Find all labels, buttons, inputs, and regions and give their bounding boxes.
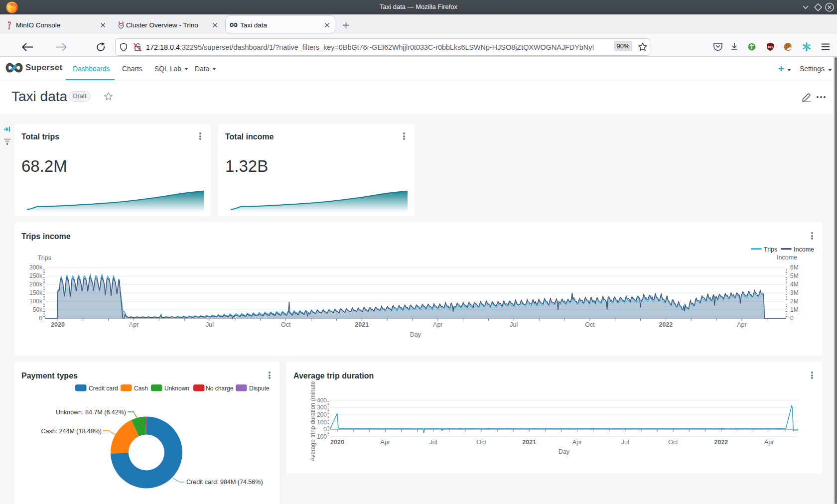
svg-text:Average trinp duration (minute: Average trinp duration (minute	[309, 381, 316, 462]
svg-text:Jul: Jul	[429, 439, 437, 446]
svg-text:Jul: Jul	[621, 439, 629, 446]
svg-text:Oct: Oct	[668, 439, 678, 446]
svg-text:2022: 2022	[714, 439, 728, 446]
svg-text:200: 200	[317, 411, 327, 418]
svg-text:300: 300	[317, 404, 327, 411]
svg-text:Apr: Apr	[572, 439, 582, 446]
svg-text:Apr: Apr	[381, 439, 390, 446]
svg-text:-100: -100	[315, 433, 327, 440]
svg-text:2021: 2021	[522, 439, 536, 446]
svg-text:Day: Day	[558, 448, 570, 455]
svg-text:100: 100	[317, 419, 327, 426]
svg-text:2020: 2020	[330, 439, 344, 446]
svg-text:400: 400	[317, 397, 327, 404]
svg-text:Oct: Oct	[476, 439, 486, 446]
svg-text:0: 0	[323, 426, 327, 433]
svg-text:Apr: Apr	[764, 439, 774, 446]
